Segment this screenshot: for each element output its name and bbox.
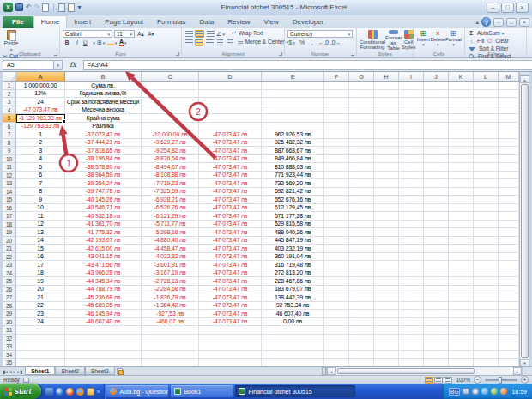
merge-center-button[interactable]: ▭ Merge & Center ▾ bbox=[238, 39, 288, 46]
cell-A14[interactable]: 8 bbox=[16, 188, 65, 196]
cell-C35[interactable] bbox=[142, 359, 199, 366]
cell-M23[interactable] bbox=[499, 261, 519, 269]
cell-C9[interactable]: -9 254,82 лв bbox=[142, 147, 199, 155]
folder-icon[interactable] bbox=[87, 388, 94, 396]
cell-J34[interactable] bbox=[424, 351, 449, 360]
cell-A27[interactable]: 21 bbox=[16, 293, 65, 302]
clipboard-dialog-launcher-icon[interactable] bbox=[54, 52, 57, 56]
last-sheet-icon[interactable]: ▸▮ bbox=[17, 369, 22, 374]
cell-C5[interactable] bbox=[142, 114, 199, 123]
decrease-indent-button[interactable] bbox=[215, 39, 224, 46]
language-indicator[interactable]: BG bbox=[449, 388, 460, 396]
fill-button[interactable]: Fill bbox=[477, 38, 484, 45]
sheet-tab-sheet3[interactable]: Sheet3 bbox=[85, 367, 115, 375]
row-header-1[interactable]: 1 bbox=[3, 82, 16, 90]
cell-D2[interactable] bbox=[199, 90, 262, 99]
cell-A18[interactable]: 12 bbox=[16, 221, 65, 229]
cell-M17[interactable] bbox=[499, 212, 519, 221]
row-header-7[interactable]: 7 bbox=[3, 130, 16, 139]
cell-K30[interactable] bbox=[449, 318, 474, 327]
cell-D3[interactable] bbox=[199, 98, 262, 106]
cell-G11[interactable] bbox=[349, 163, 374, 172]
cell-C34[interactable] bbox=[142, 351, 199, 360]
column-header-E[interactable]: E bbox=[262, 72, 324, 81]
column-header-C[interactable]: C bbox=[142, 72, 199, 81]
cell-J19[interactable] bbox=[424, 228, 449, 237]
align-right-button[interactable] bbox=[205, 39, 214, 46]
cell-G21[interactable] bbox=[349, 245, 374, 253]
cell-K18[interactable] bbox=[449, 221, 474, 229]
cell-L19[interactable] bbox=[474, 228, 499, 237]
cell-B1[interactable]: Сума,лв. bbox=[65, 82, 142, 90]
cell-B13[interactable]: -39 354,24 лв bbox=[65, 179, 142, 188]
cell-L34[interactable] bbox=[474, 351, 499, 360]
cell-D16[interactable]: -47 073,47 лв bbox=[199, 204, 262, 213]
cell-M24[interactable] bbox=[499, 269, 519, 278]
cell-H20[interactable] bbox=[374, 237, 399, 245]
workbook-restore-button[interactable]: □ bbox=[506, 18, 517, 27]
document-icon[interactable] bbox=[42, 3, 49, 12]
cell-I31[interactable] bbox=[399, 326, 424, 335]
cell-G8[interactable] bbox=[349, 139, 374, 148]
row-header-31[interactable]: 31 bbox=[3, 326, 16, 335]
cell-J5[interactable] bbox=[424, 114, 449, 123]
taskbar-button-1[interactable]: Aula.bg - Question - ... bbox=[106, 385, 168, 397]
cell-H33[interactable] bbox=[374, 342, 399, 351]
bold-button[interactable]: B bbox=[63, 39, 71, 46]
number-format-combo[interactable]: Currency ▾ bbox=[287, 30, 353, 38]
messenger-icon[interactable] bbox=[491, 388, 498, 395]
cell-C29[interactable]: -927,53 лв bbox=[142, 310, 199, 318]
network-icon[interactable] bbox=[481, 388, 488, 395]
cell-M27[interactable] bbox=[499, 293, 519, 302]
tab-insert[interactable]: Insert bbox=[67, 16, 98, 28]
cell-B22[interactable]: -43 041,15 лв bbox=[65, 253, 142, 262]
cell-I11[interactable] bbox=[399, 163, 424, 172]
cell-L14[interactable] bbox=[474, 188, 499, 196]
cell-I14[interactable] bbox=[399, 188, 424, 196]
cell-D18[interactable]: -47 073,47 лв bbox=[199, 221, 262, 229]
media-player-icon[interactable] bbox=[66, 388, 74, 396]
shrink-font-button[interactable]: A▾ bbox=[147, 30, 155, 38]
cell-M30[interactable] bbox=[499, 318, 519, 327]
cell-K8[interactable] bbox=[449, 139, 474, 148]
cell-C18[interactable]: -5 711,77 лв bbox=[142, 221, 199, 229]
cell-J30[interactable] bbox=[424, 318, 449, 327]
internet-explorer-icon[interactable] bbox=[56, 388, 63, 396]
cell-L1[interactable] bbox=[474, 82, 499, 90]
first-sheet-icon[interactable]: ▮◂ bbox=[3, 369, 8, 374]
cell-C11[interactable]: -8 494,67 лв bbox=[142, 163, 199, 172]
formula-input[interactable]: =A3*A4 bbox=[83, 60, 532, 70]
cell-A9[interactable]: 3 bbox=[16, 147, 65, 155]
cell-D14[interactable]: -47 073,47 лв bbox=[199, 188, 262, 196]
column-header-M[interactable]: M bbox=[499, 72, 519, 81]
cell-J9[interactable] bbox=[424, 147, 449, 155]
row-header-33[interactable]: 33 bbox=[3, 342, 16, 351]
cell-D30[interactable]: -47 073,47 лв bbox=[199, 318, 262, 327]
name-box[interactable]: A5 bbox=[3, 60, 54, 70]
cell-E28[interactable]: 92 753,34 лв bbox=[262, 302, 324, 311]
conditional-formatting-button[interactable]: Conditional Formatting bbox=[360, 30, 385, 51]
cell-J17[interactable] bbox=[424, 212, 449, 221]
row-header-5[interactable]: 5 bbox=[3, 114, 16, 123]
cell-M12[interactable] bbox=[499, 172, 519, 180]
cell-K3[interactable] bbox=[449, 98, 474, 106]
cell-J24[interactable] bbox=[424, 269, 449, 278]
cell-I15[interactable] bbox=[399, 196, 424, 204]
cell-K28[interactable] bbox=[449, 302, 474, 311]
vertical-scroll-thumb[interactable] bbox=[521, 84, 529, 358]
cell-D19[interactable]: -47 073,47 лв bbox=[199, 228, 262, 237]
column-header-H[interactable]: H bbox=[374, 72, 399, 81]
open-icon[interactable] bbox=[68, 3, 75, 12]
cell-G17[interactable] bbox=[349, 212, 374, 221]
cell-G19[interactable] bbox=[349, 228, 374, 237]
cell-M33[interactable] bbox=[499, 342, 519, 351]
cell-G22[interactable] bbox=[349, 253, 374, 262]
cell-F31[interactable] bbox=[324, 326, 349, 335]
cell-C7[interactable]: -10 000,00 лв bbox=[142, 130, 199, 139]
print-preview-icon[interactable] bbox=[58, 3, 65, 12]
cell-H26[interactable] bbox=[374, 286, 399, 294]
cell-J20[interactable] bbox=[424, 237, 449, 245]
cell-B10[interactable]: -38 196,84 лв bbox=[65, 155, 142, 164]
cell-D29[interactable]: -47 073,47 лв bbox=[199, 310, 262, 318]
cell-A33[interactable] bbox=[16, 342, 65, 351]
